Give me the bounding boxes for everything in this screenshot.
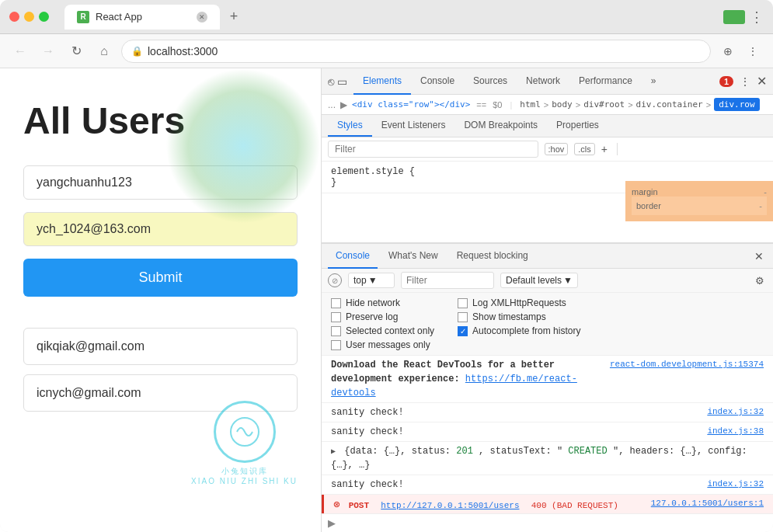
hover-badge[interactable]: :hov (545, 143, 569, 155)
add-style-icon[interactable]: + (601, 143, 608, 155)
show-timestamps-checkbox[interactable] (458, 312, 468, 322)
devtools-close-button[interactable]: ✕ (757, 74, 767, 89)
expand-icon[interactable]: ▶ (331, 447, 336, 456)
toolbar-right: ⊕ ⋮ (717, 40, 764, 62)
opt-autocomplete[interactable]: ✓ Autocomplete from history (458, 325, 580, 336)
box-model-margin: margin - border - (625, 181, 773, 221)
console-opt-col-right: Log XMLHttpRequests Show timestamps ✓ Au… (458, 297, 580, 350)
breadcrumb-body[interactable]: body (552, 99, 573, 110)
extension-icon (723, 10, 745, 24)
tab-console-top[interactable]: Console (411, 68, 464, 95)
tab-bar: R React App ✕ + (64, 5, 717, 30)
autocomplete-label: Autocomplete from history (472, 325, 580, 336)
breadcrumb-divrow[interactable]: div.row (714, 98, 759, 111)
reload-button[interactable]: ↻ (65, 40, 87, 62)
log-msg-post: ⊗ POST http://127.0.0.1:5001/users 400 (… (333, 497, 651, 513)
more-button[interactable]: ⋮ (742, 40, 764, 62)
tab-elements[interactable]: Elements (353, 68, 411, 95)
devtools-tab-bar: ⎋ ▭ Elements Console Sources Network Per… (322, 68, 773, 95)
submit-button[interactable]: Submit (23, 259, 298, 297)
new-tab-button[interactable]: + (223, 6, 245, 28)
log-entry-sanity3: sanity check! index.js:32 (322, 475, 773, 495)
preserve-log-checkbox[interactable] (331, 312, 341, 322)
close-button[interactable] (9, 12, 19, 22)
context-selector[interactable]: top ▼ (348, 273, 395, 288)
styles-filter-input[interactable] (328, 141, 538, 158)
opt-hide-network[interactable]: Hide network (331, 297, 434, 308)
log-source-sanity1[interactable]: index.js:32 (707, 405, 764, 419)
console-tab-bar: Console What's New Request blocking ✕ (322, 244, 773, 269)
title-bar: R React App ✕ + ⋮ (0, 0, 773, 34)
user-list: qikqiak@gmail.com icnych@gmail.com (23, 328, 298, 412)
extensions-button[interactable]: ⊕ (717, 40, 739, 62)
breadcrumb-equals: == (476, 100, 486, 110)
opt-show-timestamps[interactable]: Show timestamps (458, 311, 580, 322)
autocomplete-checkbox[interactable]: ✓ (458, 326, 468, 336)
devtools-inspect-icon[interactable]: ⎋ (328, 75, 334, 88)
selected-context-checkbox[interactable] (331, 326, 341, 336)
style-tab-events[interactable]: Event Listeners (372, 115, 455, 137)
error-source[interactable]: 127.0.0.1:5001/users:1 (651, 497, 764, 510)
tab-network[interactable]: Network (517, 68, 569, 95)
browser-tab[interactable]: R React App ✕ (64, 5, 220, 30)
style-tab-styles[interactable]: Styles (328, 115, 372, 137)
devtools-more-icon[interactable]: ⋮ (740, 75, 750, 88)
clear-console-button[interactable]: ⊘ (328, 273, 342, 287)
tab-whats-new[interactable]: What's New (381, 244, 446, 269)
opt-log-xmlhttp[interactable]: Log XMLHttpRequests (458, 297, 580, 308)
tab-console[interactable]: Console (328, 244, 378, 269)
forward-button[interactable]: → (37, 40, 59, 62)
tab-favicon: R (77, 11, 89, 23)
watermark: 小兔知识库XIAO NIU ZHI SHI KU (191, 401, 298, 485)
level-selector[interactable]: Default levels ▼ (500, 273, 578, 288)
minimize-button[interactable] (24, 12, 34, 22)
tab-title: React App (96, 11, 142, 23)
devtools-device-icon[interactable]: ▭ (337, 75, 347, 88)
menu-icon[interactable]: ⋮ (750, 9, 764, 26)
breadcrumb-container[interactable]: div.container (636, 99, 703, 110)
url-bar[interactable]: 🔒 localhost:3000 (121, 40, 711, 63)
console-log: Download the React DevTools for a better… (322, 356, 773, 513)
breadcrumb-sep2: > (576, 100, 580, 110)
log-source-devtools[interactable]: react-dom.development.js:15374 (610, 358, 764, 371)
tab-close-button[interactable]: ✕ (197, 12, 207, 23)
log-xmlhttp-checkbox[interactable] (458, 298, 468, 308)
back-button[interactable]: ← (9, 40, 31, 62)
element-style-text: element.style { (331, 166, 415, 177)
home-button[interactable]: ⌂ (93, 40, 115, 62)
error-circle-icon: ⊗ (333, 499, 339, 511)
tab-request-blocking[interactable]: Request blocking (449, 244, 536, 269)
breadcrumb-divroot[interactable]: div#root (583, 99, 625, 110)
tab-sources[interactable]: Sources (464, 68, 517, 95)
opt-user-messages[interactable]: User messages only (331, 339, 434, 350)
breadcrumb-separator-1: | (510, 100, 512, 110)
error-url[interactable]: http://127.0.0.1:5001/users (381, 501, 519, 510)
selected-context-label: Selected context only (346, 325, 434, 336)
console-settings-button[interactable]: ⚙ (753, 273, 767, 287)
hide-network-checkbox[interactable] (331, 298, 341, 308)
level-label: Default levels (506, 275, 562, 286)
style-tab-properties[interactable]: Properties (547, 115, 608, 137)
user-messages-label: User messages only (346, 339, 430, 350)
tab-performance[interactable]: Performance (569, 68, 642, 95)
cls-badge[interactable]: .cls (574, 143, 595, 155)
console-input[interactable] (340, 518, 767, 529)
log-source-sanity3[interactable]: index.js:32 (707, 478, 764, 491)
log-entry-post-error: ⊗ POST http://127.0.0.1:5001/users 400 (… (322, 495, 773, 513)
lock-icon: 🔒 (131, 46, 143, 57)
maximize-button[interactable] (39, 12, 49, 22)
app-panel: All Users Submit qikqiak@gmail.com icnyc… (0, 68, 321, 532)
devtools-icons: 1 ⋮ ✕ (719, 74, 767, 89)
log-source-sanity2[interactable]: index.js:38 (707, 425, 764, 438)
log-msg-sanity1: sanity check! (331, 405, 701, 419)
opt-selected-context[interactable]: Selected context only (331, 325, 434, 336)
style-tab-dom[interactable]: DOM Breakpoints (454, 115, 547, 137)
user-messages-checkbox[interactable] (331, 340, 341, 350)
console-panel-close[interactable]: ✕ (751, 249, 767, 264)
context-arrow: ▼ (368, 275, 378, 286)
console-filter-input[interactable] (401, 272, 494, 289)
opt-preserve-log[interactable]: Preserve log (331, 311, 434, 322)
tab-more[interactable]: » (642, 68, 666, 95)
breadcrumb-div-class-row: <div class="row"></div> (352, 99, 470, 110)
breadcrumb-html[interactable]: html (520, 99, 541, 110)
